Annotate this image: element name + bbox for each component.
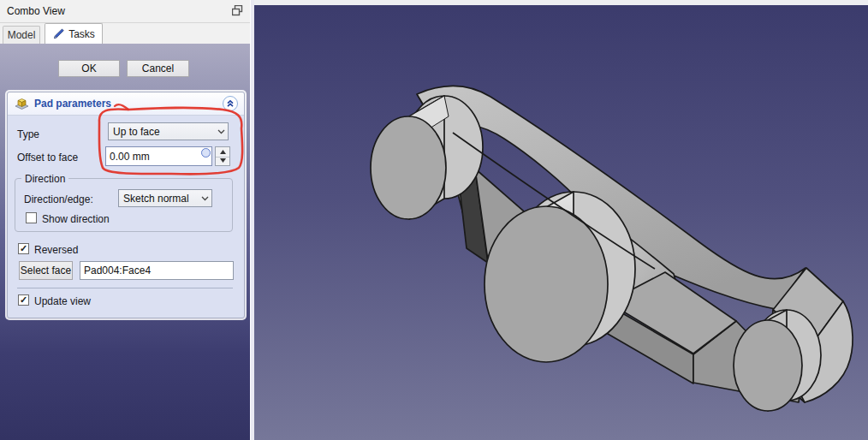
update-view-label: Update view: [34, 295, 91, 307]
divider-line: [17, 288, 233, 288]
collapse-button[interactable]: [223, 96, 238, 111]
tab-model[interactable]: Model: [3, 26, 40, 44]
direction-edge-label: Direction/edge:: [24, 193, 93, 205]
face-reference-value: Pad004:Face4: [84, 265, 151, 276]
update-view-checkbox[interactable]: ✓: [18, 294, 29, 306]
direction-legend: Direction: [21, 173, 68, 185]
cancel-button[interactable]: Cancel: [127, 60, 189, 77]
combo-view-tabs: Model Tasks: [0, 23, 250, 44]
type-dropdown-value: Up to face: [109, 126, 214, 138]
offset-input[interactable]: 0.00 mm: [105, 146, 212, 166]
pad-icon: [15, 97, 29, 110]
direction-dropdown-value: Sketch normal: [119, 193, 198, 205]
float-restore-icon[interactable]: [232, 5, 243, 16]
reversed-label: Reversed: [34, 244, 78, 256]
show-direction-checkbox[interactable]: [26, 212, 37, 223]
expression-editor-icon[interactable]: [201, 148, 211, 158]
type-dropdown[interactable]: Up to face: [108, 122, 229, 140]
pad-parameters-title: Pad parameters: [34, 98, 111, 110]
reversed-checkbox[interactable]: ✓: [18, 243, 29, 254]
chevron-down-icon: [214, 129, 228, 134]
pad-parameters-header: Pad parameters: [8, 92, 244, 116]
mid-wheel-face: [485, 206, 608, 362]
offset-value: 0.00 mm: [110, 151, 150, 163]
check-icon: ✓: [20, 295, 27, 305]
offset-spinner: [215, 146, 230, 166]
panel-title: Combo View: [7, 5, 65, 17]
freecad-window: Combo View Model Tasks OK Cancel: [0, 0, 868, 440]
select-face-button[interactable]: Select face: [19, 261, 73, 280]
rear-wheel-face: [734, 320, 802, 411]
pencil-icon: [52, 28, 64, 40]
combo-view-panel: Combo View Model Tasks OK Cancel: [0, 0, 250, 440]
check-icon: ✓: [20, 244, 27, 253]
direction-dropdown[interactable]: Sketch normal: [118, 189, 212, 207]
arrow-down-icon: [220, 158, 226, 163]
offset-label: Offset to face: [17, 152, 78, 164]
spin-down-button[interactable]: [216, 157, 229, 166]
tab-tasks[interactable]: Tasks: [45, 23, 103, 44]
front-wheel-face: [371, 116, 446, 219]
chevron-down-icon: [198, 196, 211, 201]
chevron-double-up-icon: [226, 99, 235, 108]
combo-view-titlebar: Combo View: [0, 0, 250, 23]
ok-button[interactable]: OK: [58, 60, 120, 77]
show-direction-label: Show direction: [42, 213, 110, 225]
arrow-up-icon: [220, 150, 226, 154]
face-reference-field[interactable]: Pad004:Face4: [80, 261, 234, 280]
viewport-top-edge: [254, 0, 868, 5]
type-label: Type: [17, 128, 39, 140]
3d-viewport[interactable]: [254, 0, 868, 440]
